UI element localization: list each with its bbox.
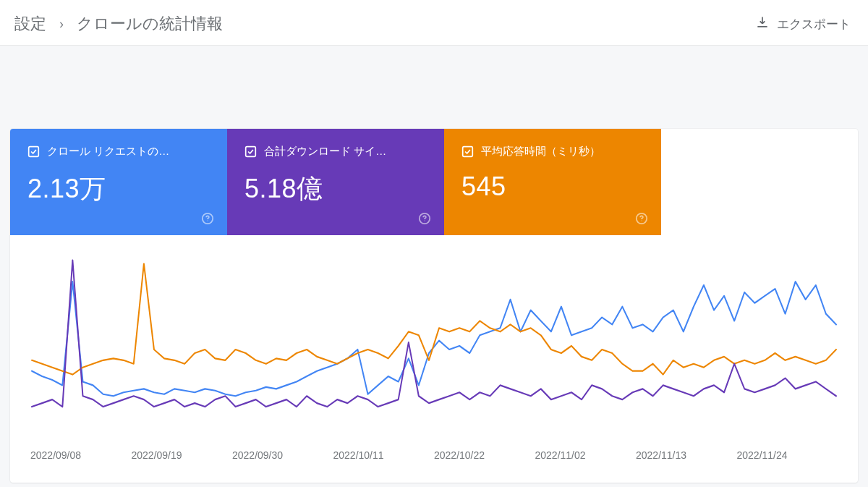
line-chart — [10, 255, 858, 444]
help-icon[interactable] — [635, 212, 648, 225]
x-axis-labels: 2022/09/082022/09/192022/09/302022/10/11… — [10, 444, 858, 461]
x-tick-label: 2022/10/22 — [434, 449, 535, 461]
svg-rect-2 — [246, 147, 256, 157]
checkbox-checked-icon — [244, 145, 257, 158]
chevron-right-icon: › — [59, 17, 64, 32]
help-icon[interactable] — [418, 212, 431, 225]
tile-label: 平均応答時間（ミリ秒） — [481, 145, 600, 158]
series-line — [32, 263, 836, 374]
export-button[interactable]: エクスポート — [755, 15, 851, 33]
help-icon[interactable] — [201, 212, 214, 225]
chart-area: 2022/09/082022/09/192022/09/302022/10/11… — [10, 235, 858, 483]
x-tick-label: 2022/09/19 — [132, 449, 233, 461]
tile-value: 5.18億 — [244, 171, 428, 207]
export-label: エクスポート — [777, 16, 851, 33]
svg-rect-4 — [463, 147, 473, 157]
x-tick-label: 2022/09/30 — [232, 449, 333, 461]
tile-label: クロール リクエストの… — [47, 145, 169, 158]
tile-crawl-requests[interactable]: クロール リクエストの… 2.13万 — [10, 129, 227, 235]
page-header: 設定 › クロールの統計情報 エクスポート — [0, 0, 868, 46]
download-icon — [755, 15, 770, 33]
tile-value: 545 — [461, 171, 645, 202]
tile-value: 2.13万 — [27, 171, 211, 207]
breadcrumb: 設定 › クロールの統計情報 — [14, 13, 223, 35]
x-tick-label: 2022/11/13 — [636, 449, 737, 461]
metric-tiles: クロール リクエストの… 2.13万 合計ダウンロード サイ… 5.18億 平均… — [10, 129, 858, 235]
tile-download-size[interactable]: 合計ダウンロード サイ… 5.18億 — [227, 129, 444, 235]
tile-avg-response[interactable]: 平均応答時間（ミリ秒） 545 — [444, 129, 661, 235]
x-tick-label: 2022/09/08 — [30, 449, 132, 461]
x-tick-label: 2022/11/02 — [535, 449, 637, 461]
tile-label: 合計ダウンロード サイ… — [264, 145, 386, 158]
checkbox-checked-icon — [461, 145, 474, 158]
x-tick-label: 2022/10/11 — [333, 449, 435, 461]
x-tick-label: 2022/11/24 — [737, 449, 838, 461]
checkbox-checked-icon — [27, 145, 40, 158]
breadcrumb-root[interactable]: 設定 — [14, 13, 46, 35]
svg-rect-0 — [29, 147, 39, 157]
breadcrumb-current: クロールの統計情報 — [77, 13, 223, 35]
crawl-stats-card: クロール リクエストの… 2.13万 合計ダウンロード サイ… 5.18億 平均… — [10, 129, 858, 483]
